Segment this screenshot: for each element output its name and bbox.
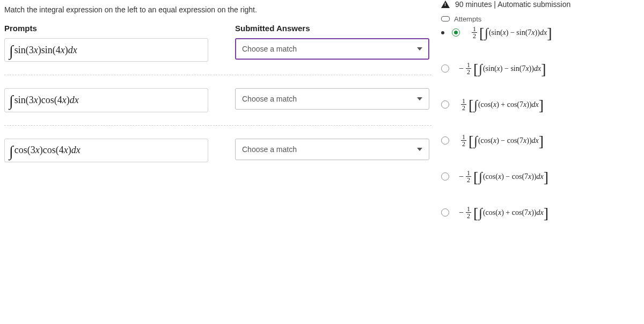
prompt-expression: cos(3x)cos(4x)dx bbox=[14, 145, 80, 156]
integral-icon: ∫ bbox=[9, 45, 13, 57]
option-expression: 12 [∫(cos(x) − cos(7x))dx] bbox=[459, 134, 544, 147]
chevron-down-icon bbox=[417, 97, 422, 100]
option-1: 12 [∫(sin(x) − sin(7x))dx] bbox=[441, 26, 639, 39]
options-list: 12 [∫(sin(x) − sin(7x))dx] − 12 [∫(sin(x… bbox=[441, 26, 639, 219]
answer-select-2[interactable]: Choose a match bbox=[235, 88, 429, 110]
option-radio-3[interactable] bbox=[441, 100, 449, 109]
answer-placeholder: Choose a match bbox=[242, 145, 297, 154]
option-radio-5[interactable] bbox=[441, 172, 449, 181]
prompt-1: ∫sin(3x)sin(4x)dx bbox=[4, 38, 208, 62]
answer-select-1[interactable]: Choose a match bbox=[235, 38, 429, 60]
option-expression: − 12 [∫(cos(x) − cos(7x))dx] bbox=[459, 170, 548, 183]
chevron-down-icon bbox=[417, 47, 422, 51]
answer-select-3[interactable]: Choose a match bbox=[235, 139, 429, 160]
integral-icon: ∫ bbox=[9, 146, 13, 157]
attempts-icon bbox=[441, 16, 450, 21]
row-separator bbox=[4, 125, 431, 126]
bullet-icon bbox=[441, 31, 444, 34]
timer-text: 90 minutes | Automatic submission bbox=[455, 0, 570, 9]
answers-header: Submitted Answers bbox=[235, 24, 431, 33]
prompt-2: ∫sin(3x)cos(4x)dx bbox=[4, 88, 208, 112]
prompts-header: Prompts bbox=[4, 24, 235, 33]
option-radio-4[interactable] bbox=[441, 136, 449, 145]
option-2: − 12 [∫(sin(x) − sin(7x))dx] bbox=[441, 62, 639, 75]
attempts-label: Attempts bbox=[454, 15, 481, 23]
option-expression: 12 [∫(cos(x) + cos(7x))dx] bbox=[459, 98, 544, 111]
option-4: 12 [∫(cos(x) − cos(7x))dx] bbox=[441, 134, 639, 147]
prompt-3: ∫cos(3x)cos(4x)dx bbox=[4, 139, 208, 162]
row-separator bbox=[4, 75, 431, 75]
prompt-expression: sin(3x)cos(4x)dx bbox=[14, 95, 79, 106]
option-expression: − 12 [∫(cos(x) + cos(7x))dx] bbox=[459, 206, 548, 219]
option-radio-1[interactable] bbox=[452, 28, 460, 37]
option-3: 12 [∫(cos(x) + cos(7x))dx] bbox=[441, 98, 639, 111]
instruction-text: Match the integral expression on the lef… bbox=[4, 5, 431, 14]
option-expression: − 12 [∫(sin(x) − sin(7x))dx] bbox=[459, 62, 546, 75]
option-6: − 12 [∫(cos(x) + cos(7x))dx] bbox=[441, 206, 639, 219]
integral-icon: ∫ bbox=[9, 95, 13, 107]
option-radio-6[interactable] bbox=[441, 208, 449, 217]
option-radio-2[interactable] bbox=[441, 64, 449, 73]
option-5: − 12 [∫(cos(x) − cos(7x))dx] bbox=[441, 170, 639, 183]
option-expression: 12 [∫(sin(x) − sin(7x))dx] bbox=[470, 26, 552, 39]
chevron-down-icon bbox=[417, 148, 422, 151]
answer-placeholder: Choose a match bbox=[242, 95, 297, 103]
warning-icon bbox=[441, 1, 450, 8]
prompt-expression: sin(3x)sin(4x)dx bbox=[14, 45, 77, 56]
answer-placeholder: Choose a match bbox=[242, 45, 297, 53]
